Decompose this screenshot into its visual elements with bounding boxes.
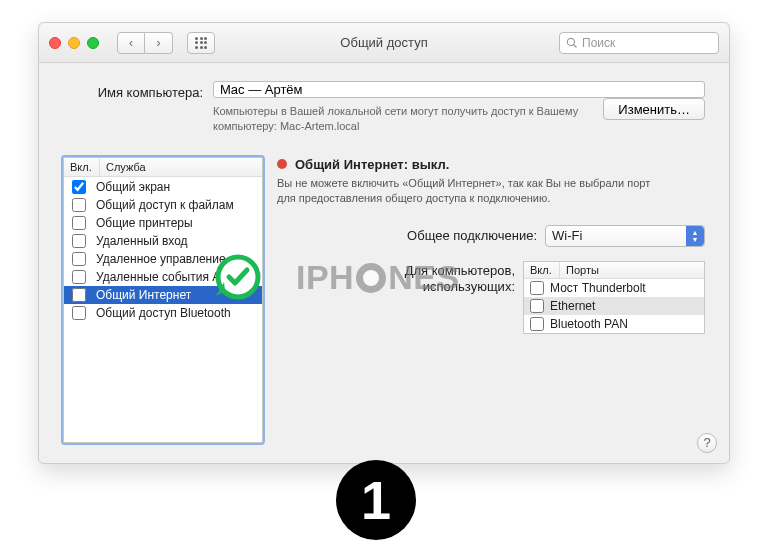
search-icon: [566, 37, 578, 49]
port-checkbox[interactable]: [530, 281, 544, 295]
forward-button[interactable]: ›: [145, 32, 173, 54]
sharing-preferences-window: ‹ › Общий доступ Поиск Имя компьютера: К…: [38, 22, 730, 464]
status-description: Вы не можете включить «Общий Интернет», …: [277, 176, 657, 207]
service-checkbox[interactable]: [72, 198, 86, 212]
ports-col-on: Вкл.: [524, 262, 560, 278]
service-label: Удаленные события Apple: [96, 270, 243, 284]
port-checkbox[interactable]: [530, 317, 544, 331]
service-checkbox[interactable]: [72, 234, 86, 248]
service-label: Удаленный вход: [96, 234, 188, 248]
services-col-service: Служба: [100, 158, 152, 176]
service-label: Общие принтеры: [96, 216, 193, 230]
titlebar: ‹ › Общий доступ Поиск: [39, 23, 729, 63]
status-off-icon: [277, 159, 287, 169]
port-label: Bluetooth PAN: [550, 317, 628, 331]
port-row[interactable]: Ethernet: [524, 297, 704, 315]
show-all-button[interactable]: [187, 32, 215, 54]
service-row[interactable]: Общий доступ Bluetooth: [64, 304, 262, 322]
connection-popup[interactable]: Wi-Fi ▲▼: [545, 225, 705, 247]
back-button[interactable]: ‹: [117, 32, 145, 54]
ports-col-port: Порты: [560, 262, 605, 278]
connection-value: Wi-Fi: [552, 228, 582, 243]
service-label: Общий доступ Bluetooth: [96, 306, 231, 320]
computer-name-info: Компьютеры в Вашей локальной сети могут …: [213, 104, 593, 135]
port-label: Мост Thunderbolt: [550, 281, 646, 295]
step-badge: 1: [336, 460, 416, 540]
service-checkbox[interactable]: [72, 270, 86, 284]
status-title: Общий Интернет: выкл.: [295, 157, 449, 172]
minimize-icon[interactable]: [68, 37, 80, 49]
chevron-updown-icon: ▲▼: [686, 226, 704, 246]
service-row[interactable]: Удаленное управление: [64, 250, 262, 268]
ports-label: Для компьютеров, использующих:: [385, 261, 515, 334]
service-label: Общий Интернет: [96, 288, 191, 302]
service-checkbox[interactable]: [72, 288, 86, 302]
ports-table[interactable]: Вкл. Порты Мост ThunderboltEthernetBluet…: [523, 261, 705, 334]
search-placeholder: Поиск: [582, 36, 615, 50]
service-row[interactable]: Общий экран: [64, 178, 262, 196]
help-button[interactable]: ?: [697, 433, 717, 453]
service-checkbox[interactable]: [72, 216, 86, 230]
service-label: Удаленное управление: [96, 252, 226, 266]
services-col-on: Вкл.: [64, 158, 100, 176]
service-row[interactable]: Удаленный вход: [64, 232, 262, 250]
port-label: Ethernet: [550, 299, 595, 313]
service-row[interactable]: Общий Интернет: [64, 286, 262, 304]
port-row[interactable]: Bluetooth PAN: [524, 315, 704, 333]
grid-icon: [195, 37, 207, 49]
service-row[interactable]: Общие принтеры: [64, 214, 262, 232]
connection-label: Общее подключение:: [407, 228, 537, 243]
window-body: Имя компьютера: Компьютеры в Вашей локал…: [39, 63, 729, 463]
chevron-right-icon: ›: [157, 36, 161, 50]
nav-segment: ‹ ›: [117, 32, 173, 54]
edit-button[interactable]: Изменить…: [603, 98, 705, 120]
port-checkbox[interactable]: [530, 299, 544, 313]
port-row[interactable]: Мост Thunderbolt: [524, 279, 704, 297]
computer-name-field[interactable]: [213, 81, 705, 98]
services-table[interactable]: Вкл. Служба Общий экранОбщий доступ к фа…: [63, 157, 263, 443]
service-detail: Общий Интернет: выкл. Вы не можете включ…: [277, 157, 705, 443]
close-icon[interactable]: [49, 37, 61, 49]
zoom-icon[interactable]: [87, 37, 99, 49]
services-header: Вкл. Служба: [64, 158, 262, 177]
service-checkbox[interactable]: [72, 180, 86, 194]
computer-name-label: Имя компьютера:: [63, 81, 203, 100]
service-row[interactable]: Общий доступ к файлам: [64, 196, 262, 214]
service-checkbox[interactable]: [72, 306, 86, 320]
window-controls: [49, 37, 99, 49]
service-label: Общий доступ к файлам: [96, 198, 234, 212]
chevron-left-icon: ‹: [129, 36, 133, 50]
service-label: Общий экран: [96, 180, 170, 194]
service-row[interactable]: Удаленные события Apple: [64, 268, 262, 286]
ports-header: Вкл. Порты: [524, 262, 704, 279]
search-input[interactable]: Поиск: [559, 32, 719, 54]
service-checkbox[interactable]: [72, 252, 86, 266]
status-row: Общий Интернет: выкл.: [277, 157, 705, 172]
